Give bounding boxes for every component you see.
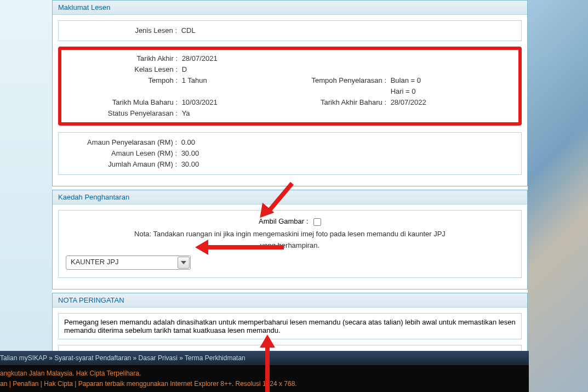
footer-line1: angkutan Jalan Malaysia. Hak Cipta Terpe… bbox=[0, 368, 529, 379]
panel-header-maklumat: Maklumat Lesen bbox=[53, 1, 527, 15]
tempoh-penyelarasan-value: Bulan = 0 bbox=[391, 76, 421, 84]
tempoh-label: Tempoh : bbox=[65, 76, 180, 84]
jenis-lesen-label: Jenis Lesen : bbox=[64, 26, 179, 35]
tarikh-mula-baharu-label: Tarikh Mula Baharu : bbox=[65, 98, 180, 106]
footer-copyright: angkutan Jalan Malaysia. Hak Cipta Terpe… bbox=[0, 365, 529, 392]
nota-line2: yang berhampiran. bbox=[64, 240, 516, 251]
tarikh-akhir-label: Tarikh Akhir : bbox=[65, 54, 180, 63]
footer-links-text[interactable]: Talian mySIKAP » Syarat-syarat Pendaftar… bbox=[0, 354, 246, 362]
panel-maklumat-lesen: Maklumat Lesen Jenis Lesen : CDL Tarikh … bbox=[52, 0, 528, 186]
tempoh-penyelarasan-hari: Hari = 0 bbox=[391, 87, 416, 95]
ambil-gambar-checkbox[interactable] bbox=[313, 218, 321, 226]
amaun-lesen-value: 30.00 bbox=[181, 149, 199, 157]
amaun-penyelarasan-label: Amaun Penyelarasan (RM) : bbox=[64, 138, 179, 146]
kelas-lesen-label: Kelas Lesen : bbox=[65, 65, 180, 73]
delivery-select[interactable]: KAUNTER JPJ bbox=[66, 255, 191, 270]
status-penyelarasan-value: Ya bbox=[182, 109, 190, 117]
background-city-image bbox=[528, 0, 588, 392]
footer-links-bar: Talian mySIKAP » Syarat-syarat Pendaftar… bbox=[0, 351, 529, 365]
tarikh-akhir-baharu-label: Tarikh Akhir Baharu : bbox=[290, 98, 389, 106]
main-form-container: Maklumat Lesen Jenis Lesen : CDL Tarikh … bbox=[52, 0, 528, 380]
kelas-lesen-value: D bbox=[182, 65, 187, 73]
status-penyelarasan-label: Status Penyelarasan : bbox=[65, 109, 180, 117]
nota-peringatan-text: Pemegang lesen memandu adalah dinasihatk… bbox=[58, 313, 522, 339]
amaun-box: Amaun Penyelarasan (RM) : 0.00 Amaun Les… bbox=[58, 132, 522, 175]
amaun-lesen-label: Amaun Lesen (RM) : bbox=[64, 149, 179, 157]
ambil-gambar-label: Ambil Gambar : bbox=[259, 217, 308, 225]
panel-header-kaedah: Kaedah Penghantaran bbox=[53, 190, 527, 204]
amaun-penyelarasan-value: 0.00 bbox=[181, 138, 195, 146]
tempoh-value: 1 Tahun bbox=[182, 76, 207, 84]
tarikh-akhir-baharu-value: 28/07/2022 bbox=[391, 98, 426, 106]
panel-header-nota: NOTA PERINGATAN bbox=[53, 293, 527, 308]
jenis-lesen-box: Jenis Lesen : CDL bbox=[58, 20, 522, 41]
footer-line2: an | Penafian | Hak Cipta | Paparan terb… bbox=[0, 379, 529, 389]
jenis-lesen-value: CDL bbox=[181, 26, 196, 35]
delivery-select-wrap[interactable]: KAUNTER JPJ bbox=[66, 255, 191, 270]
jumlah-amaun-value: 30.00 bbox=[181, 160, 199, 168]
highlight-license-details: Tarikh Akhir : 28/07/2021 Kelas Lesen : … bbox=[58, 47, 522, 126]
tempoh-penyelarasan-label: Tempoh Penyelarasan : bbox=[290, 76, 389, 84]
panel-kaedah-penghantaran: Kaedah Penghantaran Ambil Gambar : Nota:… bbox=[52, 190, 528, 289]
nota-line1: Nota: Tandakan ruangan ini jika ingin me… bbox=[64, 228, 516, 240]
tarikh-mula-baharu-value: 10/03/2021 bbox=[182, 98, 218, 106]
jumlah-amaun-label: Jumlah Amaun (RM) : bbox=[64, 160, 179, 168]
tarikh-akhir-value: 28/07/2021 bbox=[182, 54, 218, 63]
